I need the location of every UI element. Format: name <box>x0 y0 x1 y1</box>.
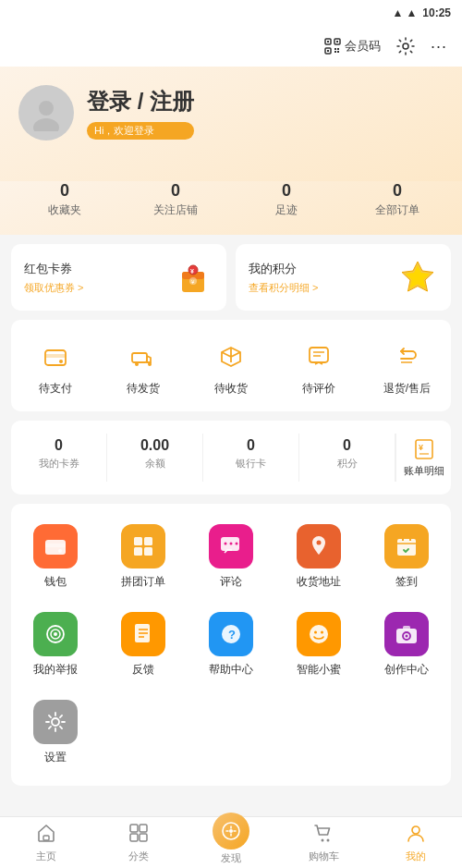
feature-item-钱包[interactable]: 钱包 <box>11 513 99 601</box>
nav-item-分类[interactable]: 分类 <box>92 817 185 868</box>
balance-section: 0我的卡券0.00余额0银行卡0积分 ¥ 账单明细 <box>11 421 451 495</box>
feature-icon-帮助中心: ? <box>209 612 253 656</box>
svg-point-44 <box>235 543 237 545</box>
red-packet-card[interactable]: 红包卡券 领取优惠券 > ¥ ¥ <box>11 244 226 311</box>
welcome-badge[interactable]: Hi，欢迎登录 <box>87 122 194 140</box>
balance-section-wrap: 0我的卡券0.00余额0银行卡0积分 ¥ 账单明细 <box>0 411 462 495</box>
svg-rect-71 <box>140 834 147 841</box>
order-icon-待评价[interactable]: 待评价 <box>275 333 363 406</box>
stat-item[interactable]: 0足迹 <box>231 181 342 218</box>
svg-rect-4 <box>336 41 338 43</box>
svg-text:¥: ¥ <box>419 443 423 452</box>
balance-row: 0我的卡券0.00余额0银行卡0积分 ¥ 账单明细 <box>11 434 451 482</box>
nav-item-主页[interactable]: 主页 <box>0 817 92 868</box>
feature-item-收货地址[interactable]: 收货地址 <box>275 513 363 601</box>
feature-item-反馈[interactable]: 反馈 <box>99 601 187 689</box>
feature-item-设置[interactable]: 设置 <box>11 689 99 776</box>
nav-icon-主页 <box>36 823 56 848</box>
red-packet-link[interactable]: 领取优惠券 > <box>24 281 164 295</box>
order-icon-待发货[interactable]: 待发货 <box>99 333 187 406</box>
nav-icon-分类 <box>128 823 149 848</box>
svg-point-45 <box>317 541 322 545</box>
signal-icon: ▲ <box>393 6 404 19</box>
balance-bill-btn[interactable]: ¥ 账单明细 <box>395 434 451 482</box>
svg-point-25 <box>135 362 139 366</box>
svg-point-52 <box>54 632 57 636</box>
settings-btn[interactable] <box>395 36 416 56</box>
order-icon-待支付[interactable]: 待支付 <box>11 333 99 406</box>
svg-point-42 <box>224 543 226 545</box>
svg-rect-24 <box>132 353 147 362</box>
svg-rect-22 <box>45 354 66 358</box>
red-packet-svg: ¥ ¥ <box>175 259 212 296</box>
feature-item-拼团订单[interactable]: 拼团订单 <box>99 513 187 601</box>
order-section-wrap: 待支付待发货待收货待评价退货/售后 <box>0 311 462 411</box>
feature-icon-我的举报 <box>33 612 78 656</box>
svg-rect-64 <box>403 626 410 630</box>
balance-item-余额[interactable]: 0.00余额 <box>107 434 203 482</box>
feature-item-评论[interactable]: 评论 <box>187 513 274 601</box>
status-bar: ▲ ▲ 10:25 <box>0 0 462 26</box>
stat-item[interactable]: 0收藏夹 <box>9 181 120 218</box>
nav-item-发现[interactable]: 发现 <box>185 817 277 868</box>
feature-icon-拼团订单 <box>121 524 165 568</box>
svg-rect-46 <box>397 539 416 556</box>
stat-item[interactable]: 0全部订单 <box>342 181 453 218</box>
svg-rect-67 <box>43 836 49 840</box>
status-time: 10:25 <box>422 6 451 19</box>
stat-item[interactable]: 0关注店铺 <box>120 181 231 218</box>
feature-icon-签到 <box>384 524 429 568</box>
svg-rect-7 <box>337 48 339 50</box>
svg-point-43 <box>229 543 232 545</box>
svg-point-23 <box>59 360 63 363</box>
member-code-btn[interactable]: 会员码 <box>324 38 381 55</box>
cards-row: 红包卡券 领取优惠券 > ¥ ¥ 我的积分 查看积分明细 > <box>11 244 451 311</box>
svg-rect-5 <box>327 50 329 52</box>
svg-point-59 <box>310 625 328 643</box>
avatar[interactable] <box>18 85 74 141</box>
svg-point-65 <box>406 635 408 638</box>
points-card[interactable]: 我的积分 查看积分明细 > <box>236 244 451 311</box>
order-icon-退货/售后[interactable]: 退货/售后 <box>363 333 451 406</box>
svg-point-66 <box>52 718 59 726</box>
svg-rect-68 <box>130 825 138 832</box>
bill-icon: ¥ <box>412 437 436 461</box>
order-section: 待支付待发货待收货待评价退货/售后 <box>11 320 451 411</box>
svg-rect-35 <box>45 544 66 547</box>
nav-icon-购物车 <box>313 823 334 848</box>
login-title[interactable]: 登录 / 注册 <box>87 87 194 116</box>
nav-label-分类: 分类 <box>128 850 149 863</box>
feature-item-智能小蜜[interactable]: 智能小蜜 <box>275 601 363 689</box>
svg-rect-40 <box>144 547 152 556</box>
wifi-icon: ▲ <box>406 6 417 19</box>
nav-item-我的[interactable]: 我的 <box>370 817 462 868</box>
header-bar: 会员码 ··· <box>0 26 462 67</box>
svg-point-11 <box>39 101 54 116</box>
nav-label-主页: 主页 <box>36 850 56 863</box>
feature-item-创作中心[interactable]: 创作中心 <box>363 601 451 689</box>
svg-point-12 <box>33 118 59 131</box>
order-icons-row: 待支付待发货待收货待评价退货/售后 <box>11 333 451 406</box>
svg-point-60 <box>314 631 317 634</box>
nav-label-购物车: 购物车 <box>309 850 339 863</box>
qr-icon <box>324 38 341 55</box>
balance-item-银行卡[interactable]: 0银行卡 <box>203 434 299 482</box>
feature-icon-收货地址 <box>297 524 341 568</box>
feature-section: 钱包 拼团订单 评论 收货地址 签到 我的举报 反馈 ? 帮助中心 <box>11 504 451 786</box>
balance-item-我的卡券[interactable]: 0我的卡券 <box>11 434 107 482</box>
feature-item-我的举报[interactable]: 我的举报 <box>11 601 99 689</box>
feature-item-签到[interactable]: 签到 <box>363 513 451 601</box>
more-icon: ··· <box>431 37 447 56</box>
svg-point-73 <box>229 829 233 833</box>
balance-item-积分[interactable]: 0积分 <box>299 434 395 482</box>
svg-rect-69 <box>140 825 147 832</box>
svg-text:?: ? <box>228 628 236 642</box>
nav-item-购物车[interactable]: 购物车 <box>277 817 370 868</box>
svg-point-74 <box>322 838 324 841</box>
points-link[interactable]: 查看积分明细 > <box>249 281 388 295</box>
more-btn[interactable]: ··· <box>431 37 447 56</box>
feature-item-帮助中心[interactable]: ? 帮助中心 <box>187 601 274 689</box>
order-icon-待收货[interactable]: 待收货 <box>187 333 274 406</box>
svg-rect-70 <box>130 834 138 841</box>
points-icon <box>397 257 438 298</box>
